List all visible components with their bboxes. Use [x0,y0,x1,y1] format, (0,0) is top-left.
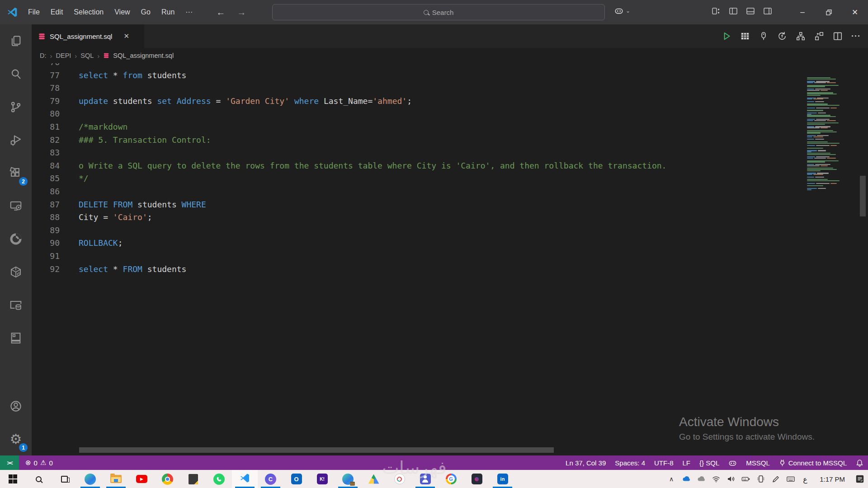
copilot-menu-button[interactable]: ⌄ [614,6,630,16]
wifi-icon[interactable] [712,474,721,484]
taskbar-vscode-button[interactable] [232,470,258,488]
cursor-position[interactable]: Ln 37, Col 39 [561,459,610,467]
taskbar-teams-button[interactable] [412,470,438,488]
indentation[interactable]: Spaces: 4 [610,459,650,467]
code-line: 80 [32,108,868,121]
line-number: 87 [32,198,60,211]
connect-mssql-button[interactable]: Connect to MSSQL [774,459,851,467]
account-button[interactable] [0,389,32,422]
more-actions-icon[interactable]: ··· [851,32,861,41]
taskbar-notes-app-button[interactable] [180,470,206,488]
taskbar-kahoot-button[interactable]: K! [309,470,335,488]
breadcrumb[interactable]: D: › DEPI › SQL › SQL_assignment.sql [32,48,868,63]
taskbar-task-view-button[interactable] [52,470,77,488]
taskbar-search-button[interactable] [26,470,52,488]
query-plan-icon[interactable] [814,31,824,41]
media-app-icon [472,474,482,484]
run-query-button[interactable] [722,31,731,41]
menu-view[interactable]: View [109,8,135,16]
minimize-button[interactable]: – [789,0,816,24]
taskbar-start-button[interactable] [0,470,26,488]
action-center-icon[interactable] [855,474,864,484]
sidebar-item-source-control[interactable] [0,90,32,123]
code-line: 82### 5. Transaction Control: [32,134,868,147]
toggle-panel-icon[interactable] [746,7,755,15]
breadcrumb-folder-sql[interactable]: SQL [80,52,94,59]
phone-link-icon[interactable] [756,474,765,484]
sync-connection-icon[interactable] [777,31,787,41]
copilot-status-button[interactable] [724,459,741,467]
taskbar-chrome-button[interactable] [155,470,180,488]
code-editor[interactable]: 7677select * from students7879update stu… [32,63,868,455]
menu-selection[interactable]: Selection [68,8,109,16]
notifications-bell-button[interactable] [851,459,868,467]
language-mode[interactable]: {} SQL [695,459,724,467]
taskbar-whatsapp-button[interactable] [206,470,232,488]
battery-icon[interactable] [741,474,750,484]
menu-more[interactable]: ··· [180,8,198,16]
taskbar-youtube-button[interactable]: ▶ [129,470,155,488]
results-grid-icon[interactable] [740,31,750,41]
taskbar-google-button[interactable]: G [438,470,464,488]
onedrive-icon[interactable] [682,474,691,484]
split-editor-icon[interactable] [833,31,843,41]
mssql-status[interactable]: MSSQL [741,459,774,467]
taskbar-media-app-button[interactable] [464,470,490,488]
touch-keyboard-icon[interactable] [786,474,795,484]
sql-server-icon [9,298,23,312]
sidebar-item-containers[interactable] [0,255,32,288]
horizontal-scrollbar[interactable] [79,447,554,453]
command-search-input[interactable]: Search [272,4,605,20]
taskbar-file-explorer-button[interactable] [103,470,129,488]
taskbar-edge-button[interactable] [77,470,103,488]
clock[interactable]: 1:17 PM [815,475,849,483]
encoding[interactable]: UTF-8 [650,459,678,467]
vertical-scrollbar[interactable] [860,176,866,216]
history-forward-icon[interactable]: → [237,7,246,18]
error-count: 0 [34,459,38,467]
tab-close-icon[interactable]: ✕ [123,32,129,40]
tab-sql-assignment[interactable]: SQL_assignment.sql ✕ [32,24,145,48]
taskbar-snip-button[interactable] [387,470,412,488]
pen-icon[interactable] [771,474,780,484]
breadcrumb-drive[interactable]: D: [40,52,47,59]
breadcrumb-folder-depi[interactable]: DEPI [56,52,71,59]
menu-file[interactable]: File [23,8,45,16]
cloud-icon[interactable] [697,474,706,484]
menu-edit[interactable]: Edit [45,8,69,16]
sidebar-item-run-debug[interactable] [0,123,32,156]
taskbar-outlook-button[interactable]: O [283,470,309,488]
tray-chevron-up-icon[interactable]: ∧ [667,475,676,483]
taskbar-linkedin-button[interactable]: in [490,470,515,488]
close-button[interactable]: ✕ [842,0,868,24]
schema-designer-icon[interactable] [796,31,806,41]
sidebar-item-explorer[interactable] [0,24,32,57]
remote-indicator[interactable]: >< [0,455,19,470]
problems-indicator[interactable]: ⊗ 0 ⚠ 0 [25,459,53,467]
search-placeholder: Search [432,9,454,16]
taskbar-cursor-button[interactable]: C [258,470,283,488]
restore-button[interactable] [816,0,842,24]
menu-go[interactable]: Go [136,8,156,16]
customize-layout-icon[interactable] [712,7,721,15]
language-indicator[interactable]: ع [801,475,809,483]
settings-button[interactable]: ⚙ 1 [0,422,32,455]
taskbar-edge-work-button[interactable] [335,470,361,488]
volume-icon[interactable] [726,474,736,484]
sidebar-item-extensions[interactable]: 2 [0,156,32,189]
extensions-badge: 2 [19,177,28,186]
breadcrumb-file[interactable]: SQL_assignment.sql [113,52,174,59]
toggle-secondary-sidebar-icon[interactable] [763,7,772,15]
toggle-primary-sidebar-icon[interactable] [729,7,738,15]
taskbar-google-drive-button[interactable] [361,470,387,488]
connection-icon[interactable] [759,31,769,41]
menu-run[interactable]: Run [156,8,180,16]
sidebar-item-sql-server[interactable] [0,288,32,321]
sidebar-item-search[interactable] [0,57,32,90]
history-back-icon[interactable]: ← [216,7,225,18]
sidebar-item-database-projects[interactable] [0,321,32,354]
sidebar-item-azure[interactable] [0,222,32,255]
eol-sequence[interactable]: LF [678,459,695,467]
sidebar-item-remote-explorer[interactable] [0,189,32,222]
minimap[interactable] [807,77,842,190]
